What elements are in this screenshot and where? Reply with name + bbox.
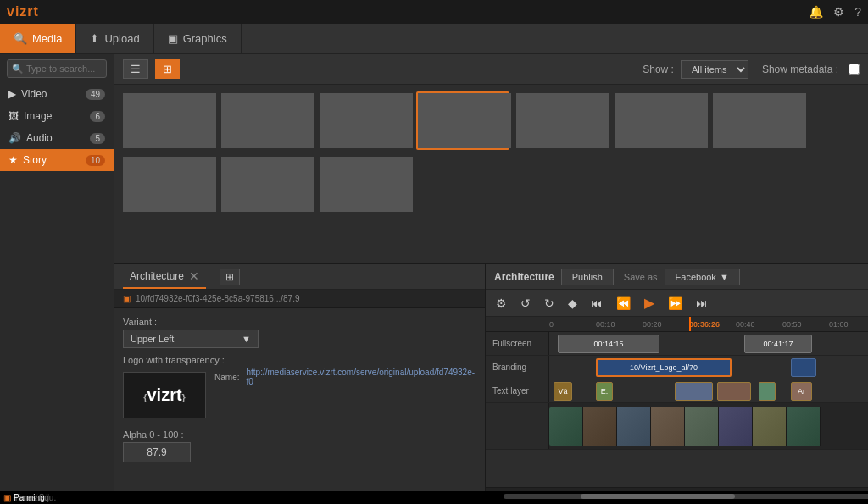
media-item-testdemo[interactable]: ▣Test Demo bbox=[318, 91, 411, 150]
branding-track: Branding 10/Vizrt_Logo_al/70 bbox=[486, 356, 868, 379]
fullscreen-clip-2[interactable]: 00:41:17 bbox=[744, 335, 812, 353]
props-header: Architecture ✕ ⊞ bbox=[114, 264, 485, 290]
redo-button[interactable]: ↻ bbox=[541, 295, 558, 312]
upload-tab-icon: ⬆ bbox=[90, 32, 99, 45]
media-item-timessq[interactable]: ▣Times Squ. bbox=[220, 155, 313, 213]
props-tab-architecture[interactable]: Architecture ✕ bbox=[123, 264, 206, 289]
textlayer-track: Text layer Vä E. Ar bbox=[486, 379, 868, 403]
bell-icon[interactable]: 🔔 bbox=[809, 5, 823, 19]
tab-bar: 🔍 Media ⬆ Upload ▣ Graphics bbox=[0, 24, 868, 54]
fullscreen-time-2: 00:41:17 bbox=[764, 340, 793, 348]
text-clip-3[interactable] bbox=[675, 382, 713, 401]
goto-end-button[interactable]: ⏭ bbox=[693, 295, 711, 312]
name-row: Name: http://mediaservice.vizrt.com/serv… bbox=[214, 368, 476, 386]
thumb-test3 bbox=[221, 93, 314, 148]
text-clip-4[interactable] bbox=[717, 382, 751, 401]
app-logo: vizrt bbox=[7, 4, 39, 19]
thumb-architecture bbox=[418, 93, 511, 148]
video-track-label bbox=[486, 403, 549, 449]
logo-row: Logo with transparency : {vizrt} Name: bbox=[123, 355, 476, 423]
scroll-thumb[interactable] bbox=[581, 494, 735, 499]
publish-button[interactable]: Publish bbox=[561, 269, 614, 285]
video-icon: ▶ bbox=[8, 88, 16, 100]
tab-upload[interactable]: ⬆ Upload bbox=[76, 24, 153, 53]
variant-select[interactable]: Upper Left ▼ bbox=[123, 330, 259, 348]
media-item-architecture[interactable]: ▣Architecture bbox=[416, 91, 509, 150]
branding-clip-2[interactable] bbox=[791, 358, 816, 377]
undo-button[interactable]: ↺ bbox=[517, 295, 534, 312]
name-label: Name: bbox=[214, 373, 239, 382]
title-bar-icons: 🔔 ⚙ ? bbox=[809, 5, 861, 19]
timeline-body: Fullscreen 00:14:15 00:41:17 10 bbox=[486, 332, 868, 487]
tab-media[interactable]: 🔍 Media bbox=[0, 24, 76, 53]
search-bar: 🔍 bbox=[0, 54, 114, 83]
graphics-tab-icon: ▣ bbox=[168, 32, 178, 45]
scroll-track[interactable] bbox=[504, 494, 868, 499]
sidebar-image-label: Image bbox=[24, 110, 52, 122]
sidebar-item-video[interactable]: ▶ Video 49 bbox=[0, 83, 114, 105]
media-item-newyork[interactable]: ▣New York bbox=[711, 91, 804, 150]
textlayer-track-label: Text layer bbox=[486, 379, 549, 402]
tab-graphics[interactable]: ▣ Graphics bbox=[154, 24, 242, 53]
video-frame-5 bbox=[685, 407, 719, 446]
title-bar: vizrt 🔔 ⚙ ? bbox=[0, 0, 868, 24]
ruler-0: 0 bbox=[549, 320, 596, 329]
video-frame-3 bbox=[617, 407, 651, 446]
media-item-panning[interactable]: ▣Panning bbox=[318, 155, 411, 213]
props-path: ▣ 10/fd74932e-f0f3-425e-8c5a-975816.../8… bbox=[114, 290, 485, 308]
branding-clip[interactable]: 10/Vizrt_Logo_al/70 bbox=[596, 358, 732, 377]
media-item-train[interactable]: ▣Train bbox=[613, 91, 706, 150]
ruler-50: 00:50 bbox=[782, 320, 829, 329]
props-close-button[interactable]: ✕ bbox=[189, 269, 199, 283]
marker-button[interactable]: ◆ bbox=[565, 295, 581, 312]
sidebar-item-audio[interactable]: 🔊 Audio 5 bbox=[0, 127, 114, 149]
list-view-button[interactable]: ☰ bbox=[123, 59, 148, 79]
facebook-button[interactable]: Facebook ▼ bbox=[665, 269, 740, 285]
settings-icon[interactable]: ⚙ bbox=[833, 5, 844, 19]
video-track-content[interactable]: ⚠ bbox=[549, 403, 868, 449]
media-item-eidsvoll[interactable]: ▣Eidsvoll bbox=[121, 91, 214, 150]
media-item-farmland[interactable]: ▣Farmland bbox=[121, 155, 214, 213]
branding-track-content[interactable]: 10/Vizrt_Logo_al/70 bbox=[549, 356, 868, 379]
properties-panel: Architecture ✕ ⊞ ▣ 10/fd74932e-f0f3-425e… bbox=[114, 264, 486, 504]
variant-label: Variant : bbox=[123, 317, 476, 327]
timeline-ruler: 0 00:10 00:20 00:36:26 00:40 00:50 01:00… bbox=[486, 317, 868, 332]
settings-control-button[interactable]: ⚙ bbox=[492, 295, 510, 312]
thumb-panning bbox=[320, 157, 413, 212]
play-button[interactable]: ▶ bbox=[641, 293, 658, 313]
story-icon: ★ bbox=[8, 154, 18, 166]
fullscreen-clip-1[interactable]: 00:14:15 bbox=[558, 335, 659, 353]
props-body: Variant : Upper Left ▼ Logo with transpa… bbox=[114, 308, 485, 504]
fullscreen-time-1: 00:14:15 bbox=[594, 340, 624, 348]
help-icon[interactable]: ? bbox=[854, 5, 861, 19]
media-browser: ☰ ⊞ Show : All items Show metadata : ▣Ei… bbox=[114, 54, 868, 263]
text-clip-6[interactable]: Ar bbox=[791, 382, 812, 401]
media-item-test3[interactable]: ▣TEST 3 bbox=[220, 91, 313, 150]
text-clip-1[interactable]: Vä bbox=[554, 382, 572, 401]
props-action-button[interactable]: ⊞ bbox=[220, 269, 240, 285]
thumb-testdemo bbox=[320, 93, 413, 148]
show-select[interactable]: All items bbox=[681, 60, 748, 79]
fullscreen-track-content[interactable]: 00:14:15 00:41:17 10 bbox=[549, 332, 868, 355]
main-area: 🔍 ▶ Video 49 🖼 Image 6 🔊 Audio 5 bbox=[0, 54, 868, 504]
prev-frame-button[interactable]: ⏪ bbox=[613, 295, 634, 312]
thumb-farmland bbox=[123, 157, 216, 212]
goto-start-button[interactable]: ⏮ bbox=[587, 295, 606, 312]
textlayer-track-content[interactable]: Vä E. Ar bbox=[549, 379, 868, 402]
video-frame-8 bbox=[787, 407, 821, 446]
next-frame-button[interactable]: ⏩ bbox=[665, 295, 686, 312]
logo-label: Logo with transparency : bbox=[123, 355, 476, 365]
text-clip-2[interactable]: E. bbox=[596, 382, 613, 401]
grid-view-button[interactable]: ⊞ bbox=[155, 59, 180, 79]
name-value: http://mediaservice.vizrt.com/serve/orig… bbox=[246, 368, 476, 386]
thumb-election bbox=[516, 93, 609, 148]
alpha-input[interactable]: 87.9 bbox=[123, 442, 191, 462]
thumb-train bbox=[615, 93, 708, 148]
variant-row: Variant : Upper Left ▼ bbox=[123, 317, 476, 348]
metadata-toggle[interactable] bbox=[849, 64, 860, 75]
sidebar-item-image[interactable]: 🖼 Image 6 bbox=[0, 105, 114, 127]
fullscreen-track-label: Fullscreen bbox=[486, 332, 549, 355]
sidebar-item-story[interactable]: ★ Story 10 bbox=[0, 149, 114, 171]
media-item-election[interactable]: ▣Election bbox=[515, 91, 608, 150]
text-clip-5[interactable] bbox=[759, 382, 776, 401]
